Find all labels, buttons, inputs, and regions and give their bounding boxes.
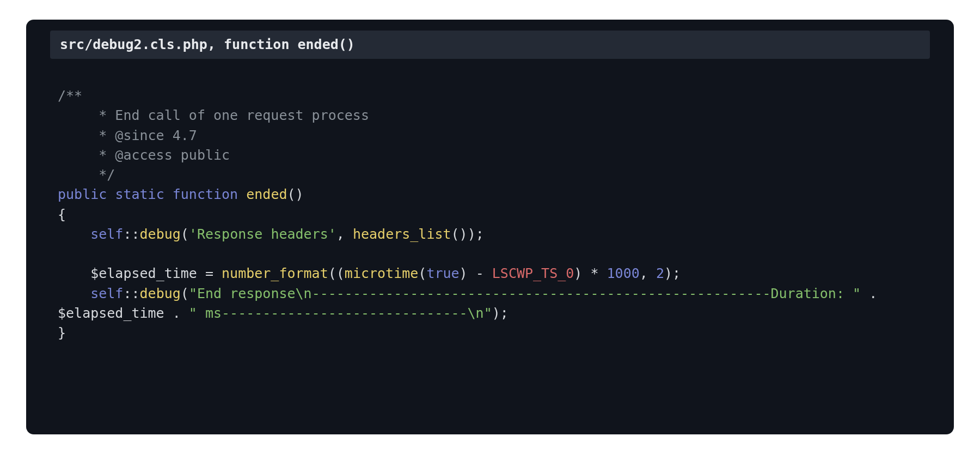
kw-public: public [58,186,107,202]
semi-3: ; [500,305,509,321]
comma-2: , [640,265,656,281]
brace-open: { [58,207,66,222]
var-elapsed-2: $elapsed_time [58,305,164,321]
semi-1: ; [476,226,484,242]
comment-open: /** [58,88,82,104]
minus: - [468,265,492,281]
str-end-response: "End response\n-------------------------… [189,286,861,301]
microtime: microtime [345,265,418,281]
times: * [582,265,607,281]
rp-3: ) [574,265,582,281]
kw-function: function [173,186,238,202]
num-2: 2 [656,265,664,281]
debug-1: debug [140,226,181,242]
self-1: self [90,226,123,242]
dot-1: . [861,286,885,301]
str-ms-tail: " ms------------------------------\n" [189,305,492,321]
empty-paren-1: () [451,226,468,242]
brace-close: } [58,325,66,341]
lp-2: ( [328,265,336,281]
comment-l2: * @since 4.7 [58,128,197,143]
comma-1: , [336,226,353,242]
var-elapsed-1: $elapsed_time [90,265,197,281]
const-ts0: LSCWP_TS_0 [492,265,574,281]
semi-2: ; [672,265,681,281]
debug-2: debug [140,286,181,301]
indent-3 [58,286,90,301]
self-2: self [90,286,123,301]
rp-5: ) [492,305,500,321]
comment-l1: * End call of one request process [58,107,369,123]
dcolon-1: :: [123,226,139,242]
rp-1: ) [468,226,476,242]
str-response-headers: 'Response headers' [189,226,336,242]
comment-l3: * @access public [58,147,230,163]
lp-5: ( [181,286,189,301]
code-panel: src/debug2.cls.php, function ended() /**… [26,20,954,434]
lp-1: ( [181,226,189,242]
lp-3: ( [336,265,345,281]
kw-static: static [115,186,164,202]
num-1000: 1000 [607,265,640,281]
true: true [426,265,459,281]
fn-name: ended [246,186,287,202]
code-block: /** * End call of one request process * … [58,86,930,343]
dot-2: . [164,305,189,321]
paren-pair: () [287,186,304,202]
indent [58,226,90,242]
lp-4: ( [418,265,426,281]
dcolon-2: :: [123,286,139,301]
comment-close: */ [58,167,115,183]
eq: = [197,265,222,281]
headers-list: headers_list [353,226,451,242]
rp-2: ) [460,265,468,281]
number-format: number_format [222,265,328,281]
code-title: src/debug2.cls.php, function ended() [50,31,930,59]
rp-4: ) [664,265,672,281]
indent-2 [58,265,90,281]
